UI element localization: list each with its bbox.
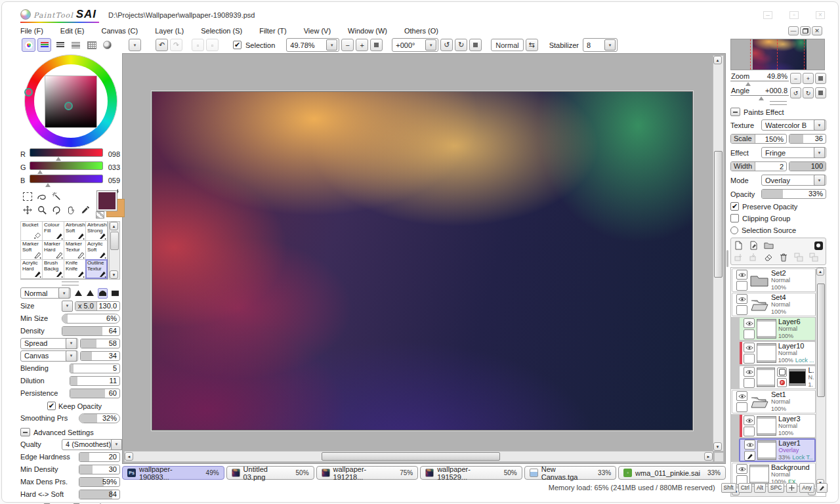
brush-marker-textur[interactable]: Marker Textur: [64, 240, 86, 260]
layer-visibility-toggle[interactable]: [736, 391, 747, 401]
selection-visibility-checkbox[interactable]: ✔: [233, 41, 242, 49]
brush-palette-scrollbar[interactable]: ▲ ▼: [109, 221, 120, 280]
nav-rotate-ccw-button[interactable]: ↺: [790, 87, 801, 98]
brush-colour-fill[interactable]: Colour Fill: [42, 221, 64, 241]
layer-thumbnail[interactable]: [757, 440, 776, 460]
layer-link-checkbox[interactable]: [744, 354, 755, 364]
canvas-horizontal-scrollbar[interactable]: ◄ ►: [124, 451, 713, 462]
saturation-value-square[interactable]: [45, 75, 97, 128]
layer-visibility-toggle[interactable]: [744, 318, 755, 328]
blue-slider[interactable]: [30, 175, 103, 186]
zoom-in-button[interactable]: +: [356, 39, 368, 51]
mask-link-toggle[interactable]: [777, 368, 787, 377]
layer-row-layer3[interactable]: Layer3 Normal 100%: [739, 414, 816, 438]
navigator-angle-slider[interactable]: Angle +000.8: [730, 87, 789, 99]
slot2-combo[interactable]: Canvas ▼: [20, 350, 78, 362]
merge-down-icon[interactable]: [748, 252, 759, 262]
zoom-combo[interactable]: 49.78% ▼: [286, 38, 339, 52]
color-wheel-panel-button[interactable]: [22, 38, 35, 52]
collapse-icon[interactable]: [730, 108, 740, 116]
paint-mode-button[interactable]: Normal: [491, 39, 523, 51]
flatten-icon[interactable]: [808, 252, 819, 262]
selection-source-radio[interactable]: [730, 226, 738, 234]
scroll-right-icon[interactable]: ►: [704, 452, 713, 461]
hsv-slider-panel-button[interactable]: [53, 38, 67, 52]
slot1-combo[interactable]: Spread ▼: [20, 338, 78, 349]
size-unit-dropdown[interactable]: ▼: [62, 301, 73, 312]
angle-combo[interactable]: +000° ▼: [392, 38, 438, 52]
layers-vertical-scrollbar[interactable]: ▲ ▼: [816, 268, 826, 487]
layer-row-set2[interactable]: Set2 Normal 100%: [732, 268, 816, 292]
layer-row-set1[interactable]: Set1 Normal 100%: [732, 390, 816, 413]
menu-edit[interactable]: Edit (E): [60, 27, 85, 35]
zoom-dropdown-icon[interactable]: ▼: [326, 39, 337, 51]
persistence-slider[interactable]: 60: [70, 388, 120, 398]
layer-visibility-toggle[interactable]: [736, 270, 747, 280]
panel-splitter[interactable]: [726, 53, 729, 464]
panel-resize-handle[interactable]: [770, 101, 787, 105]
nav-zoom-in-button[interactable]: +: [803, 73, 814, 84]
rotate-ccw-button[interactable]: ↺: [440, 39, 453, 51]
brush-knife[interactable]: Knife Knife: [64, 259, 86, 279]
texture-strength-slider[interactable]: 36: [789, 134, 826, 144]
dropdown-icon[interactable]: ▼: [814, 147, 825, 158]
layer-link-checkbox[interactable]: [736, 402, 747, 412]
brush-shape-round[interactable]: [98, 288, 108, 299]
brush-marker-hard[interactable]: Marker Hard: [42, 240, 64, 260]
swatches-panel-button[interactable]: [85, 38, 98, 52]
angle-reset-button[interactable]: [469, 39, 482, 51]
scrollbar-thumb[interactable]: [714, 151, 723, 277]
slot1-slider[interactable]: 58: [80, 339, 120, 348]
dropdown-icon[interactable]: ▼: [66, 338, 77, 349]
selection-increment-button[interactable]: ▫: [192, 39, 204, 51]
tab-wallpaper-191218[interactable]: wallpaper-191218... 75%: [316, 466, 419, 480]
swap-color-button[interactable]: ⇆: [526, 39, 538, 51]
scroll-down-icon[interactable]: ▼: [110, 270, 118, 279]
dilution-slider[interactable]: 11: [70, 376, 120, 386]
tab-wallpaper-1908939[interactable]: Ps wallpaper-190893... 49%: [122, 466, 224, 480]
tab-wallpaper-191529[interactable]: wallpaper-191529... 50%: [420, 466, 522, 480]
tool-slot-empty-1[interactable]: [64, 190, 77, 203]
clipping-group-checkbox[interactable]: [730, 214, 739, 222]
dropdown-icon[interactable]: ▼: [58, 287, 70, 299]
hue-marker[interactable]: [24, 88, 33, 96]
rgb-slider-panel-button[interactable]: [37, 38, 51, 52]
layer-link-checkbox[interactable]: [736, 305, 747, 315]
layer-row-layer1-selected[interactable]: Layer1 Overlay 33%Lock T...: [739, 438, 816, 462]
menu-window[interactable]: Window (W): [348, 27, 387, 35]
nav-rotate-cw-button[interactable]: ↻: [803, 87, 814, 98]
min-density-slider[interactable]: 30: [79, 465, 120, 474]
density-slider[interactable]: 64: [62, 326, 120, 336]
blending-slider[interactable]: 5: [70, 364, 120, 373]
tool-slot-empty-2[interactable]: [78, 190, 92, 203]
color-wheel[interactable]: [22, 53, 118, 148]
primary-color-swatch[interactable]: [97, 191, 117, 211]
layer-thumbnail[interactable]: [757, 368, 775, 387]
layer-link-checkbox[interactable]: [744, 427, 755, 436]
effect-combo[interactable]: Fringe ▼: [761, 147, 826, 158]
minimize-icon[interactable]: –: [763, 11, 772, 19]
selection-decrement-button[interactable]: ▫: [206, 39, 219, 51]
nav-zoom-reset-button[interactable]: [815, 73, 826, 84]
green-slider[interactable]: [30, 161, 103, 173]
scroll-up-icon[interactable]: ▲: [816, 268, 824, 276]
paints-effect-header[interactable]: Paints Effect: [730, 107, 826, 117]
layer-visibility-toggle[interactable]: [744, 415, 755, 425]
layer-mode-combo[interactable]: Overlay ▼: [761, 175, 826, 186]
layer-visibility-toggle[interactable]: [744, 367, 755, 377]
delete-layer-icon[interactable]: [778, 252, 789, 262]
rect-select-tool[interactable]: [20, 190, 34, 203]
layer-thumbnail[interactable]: [757, 416, 776, 436]
advanced-settings-header[interactable]: Advanced Settings: [20, 427, 120, 437]
layer-opacity-slider[interactable]: 33%: [761, 189, 826, 199]
size-slider[interactable]: x 5.0 130.0: [75, 301, 120, 311]
brush-acrylic-hard[interactable]: Acrylic Hard: [20, 259, 43, 279]
quality-combo[interactable]: 4 (Smoothest) ▼: [62, 439, 123, 450]
layer-visibility-toggle[interactable]: [744, 440, 755, 450]
layer-row-set4[interactable]: Set4 Normal 100%: [732, 293, 816, 316]
zoom-reset-button[interactable]: [370, 39, 383, 51]
scroll-left-icon[interactable]: ◄: [125, 452, 133, 461]
layer-mask-icon[interactable]: [813, 240, 824, 251]
nav-angle-reset-button[interactable]: [815, 87, 826, 98]
preserve-opacity-checkbox[interactable]: ✔: [730, 202, 739, 211]
